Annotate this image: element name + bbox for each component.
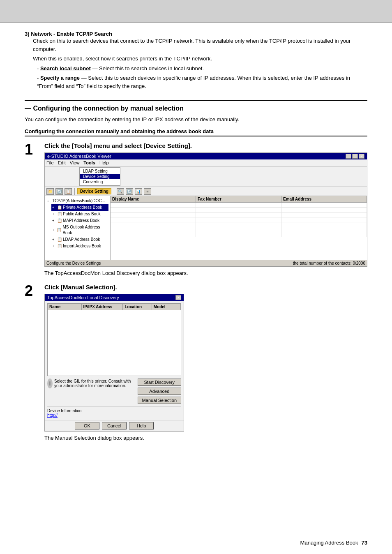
menu-tools[interactable]: Tools: [83, 160, 95, 165]
cell-1-2: [196, 203, 281, 207]
bullet-item-2: Specify a range — Select this to search …: [37, 74, 367, 90]
menu-help[interactable]: Help: [99, 160, 109, 165]
step-2-content: Click [Manual Selection]. TopAccessDocMo…: [44, 284, 367, 441]
page-footer: Managing Address Book 73: [300, 540, 367, 546]
section-para1: Check on this to search devices that con…: [33, 37, 367, 53]
toolbar-icon-2[interactable]: 🔄: [55, 188, 63, 195]
tree-icon-private: 📋: [57, 205, 62, 210]
section-body: Check on this to search devices that con…: [33, 37, 367, 90]
disc-col-name: Name: [48, 304, 82, 310]
cancel-button[interactable]: Cancel: [102, 422, 127, 429]
step-1-block: 1 Click the [Tools] menu and select [Dev…: [25, 142, 367, 276]
cell-1-1: [111, 203, 196, 207]
toolbar-icon-7[interactable]: ≡: [144, 188, 151, 195]
bullet-item-1: Search local subnet — Select this to sea…: [37, 65, 367, 73]
discovery-titlebar: TopAccessDocMon Local Discovery ×: [45, 294, 184, 301]
window-title-1: e-STUDIO AddressBook Viewer: [47, 154, 111, 159]
window-controls-1: _ □ ×: [346, 154, 364, 159]
step-1-title: Click the [Tools] menu and select [Devic…: [44, 142, 367, 149]
tree-item-root[interactable]: − TCP/IP(AddressBook)DOC...: [46, 198, 108, 204]
cell-6-1: [111, 227, 196, 232]
cell-6-2: [196, 227, 281, 232]
help-button[interactable]: Help: [129, 422, 154, 429]
dropdown-ldap[interactable]: LDAP Setting: [80, 169, 120, 174]
cell-7-3: [281, 232, 367, 237]
tree-icon-outlook: 📋: [57, 227, 62, 233]
window-statusbar-1: Configure the Device Settings the total …: [45, 260, 367, 266]
tree-label-mapi: MAPI Address Book: [63, 218, 99, 224]
dropdown-device-setting[interactable]: Device Setting: [80, 174, 120, 179]
tree-icon-import: 📋: [57, 243, 62, 249]
dropdown-menu: LDAP Setting Device Setting Converting: [79, 167, 120, 186]
cell-3-3: [281, 212, 367, 217]
tree-item-outlook[interactable]: + 📋 MS Outlook Address Book: [51, 224, 108, 236]
menu-file[interactable]: File: [46, 160, 54, 165]
discovery-grid-header: Name IP/IPX Address Location Model: [47, 303, 181, 310]
tree-item-private[interactable]: + 📋 Private Address Book: [51, 204, 108, 211]
tree-item-ldap[interactable]: + 📋 LDAP Address Book: [51, 236, 108, 243]
window-toolbar-1: 📁 🔄 📋 Device Setting 🔍 🔃 📊 ≡: [45, 187, 367, 196]
tree-item-public[interactable]: + 📋 Public Address Book: [51, 211, 108, 217]
disc-col-ip: IP/IPX Address: [82, 304, 123, 310]
content-area: 3) Network - Enable TCP/IP Search Check …: [0, 23, 392, 465]
grid-row-7: [111, 232, 367, 237]
cell-2-3: [281, 208, 367, 212]
tree-item-mapi[interactable]: + 📋 MAPI Address Book: [51, 217, 108, 224]
tree-toggle-outlook: +: [52, 228, 56, 233]
device-setting-toolbar[interactable]: Device Setting: [77, 188, 111, 194]
toolbar-icon-3[interactable]: 📋: [65, 188, 72, 195]
toolbar-sep-1: [74, 188, 75, 195]
ok-button[interactable]: OK: [75, 422, 99, 429]
grid-row-2: [111, 208, 367, 212]
maximize-button[interactable]: □: [352, 154, 358, 159]
section-para2: When this is enabled, select how it sear…: [33, 55, 367, 63]
col-fax-number: Fax Number: [196, 196, 281, 202]
footer-text: Managing Address Book: [300, 540, 358, 546]
manual-selection-button[interactable]: Manual Selection: [138, 397, 181, 404]
grid-row-3: [111, 212, 367, 217]
cell-1-3: [281, 203, 367, 207]
close-button[interactable]: ×: [359, 154, 364, 159]
tree-toggle-mapi: +: [52, 218, 56, 224]
discovery-title: TopAccessDocMon Local Discovery: [47, 295, 119, 300]
tree-toggle-import: +: [52, 244, 56, 249]
device-info-label: Device Information: [47, 409, 81, 413]
dropdown-converting[interactable]: Converting: [80, 179, 120, 185]
start-discovery-button[interactable]: Start Discovery: [138, 379, 181, 386]
cell-7-2: [196, 232, 281, 237]
grid-row-5: [111, 222, 367, 227]
top-banner: [0, 0, 392, 23]
bullet1-rest: — Select this to search devices in local…: [91, 65, 204, 72]
discovery-close-btn[interactable]: ×: [175, 295, 181, 300]
cell-2-2: [196, 208, 281, 212]
tree-item-import[interactable]: + 📋 Import Address Book: [51, 243, 108, 249]
manual-section-title: — Configuring the connection by manual s…: [25, 105, 367, 112]
status-right: the total number of the contacts: 0/2000: [293, 261, 365, 265]
tree-toggle-public: +: [52, 212, 56, 217]
info-icon: i: [47, 379, 53, 388]
footer-page: 73: [362, 540, 367, 546]
advanced-button[interactable]: Advanced: [138, 388, 181, 395]
cell-5-3: [281, 222, 367, 227]
toolbar-icon-4[interactable]: 🔍: [117, 188, 124, 195]
device-info-link[interactable]: http://: [47, 413, 58, 418]
tree-panel: − TCP/IP(AddressBook)DOC... + 📋 Private …: [45, 196, 111, 260]
grid-row-6: [111, 227, 367, 232]
menu-edit[interactable]: Edit: [58, 160, 66, 165]
minimize-button[interactable]: _: [346, 154, 351, 159]
toolbar-icon-5[interactable]: 🔃: [126, 188, 133, 195]
toolbar-icon-6[interactable]: 📊: [135, 188, 142, 195]
section-number: 3): [25, 31, 30, 37]
discovery-buttons: Start Discovery Advanced Manual Selectio…: [138, 379, 181, 404]
data-grid-1: Display Name Fax Number Email Address: [111, 196, 367, 260]
info-text: Select the GIL for this printer. Consult…: [54, 379, 135, 388]
tree-label-root: TCP/IP(AddressBook)DOC...: [52, 198, 105, 204]
menu-view[interactable]: View: [70, 160, 80, 165]
toolbar-icon-1[interactable]: 📁: [46, 188, 54, 195]
bullet2-rest: — Select this to search devices in speci…: [37, 75, 350, 89]
tree-icon-ldap: 📋: [57, 237, 62, 242]
tree-label-ldap: LDAP Address Book: [63, 237, 100, 242]
cell-7-1: [111, 232, 196, 237]
tree-label-public: Public Address Book: [63, 211, 101, 217]
bullet1-bold: Search local subnet: [40, 65, 91, 72]
